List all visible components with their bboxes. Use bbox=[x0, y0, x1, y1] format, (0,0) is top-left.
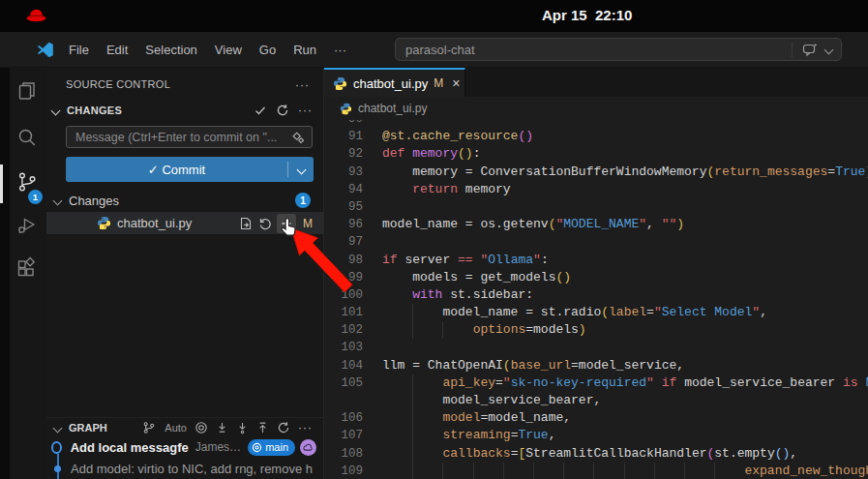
refresh-icon[interactable] bbox=[276, 104, 289, 117]
code-line[interactable]: 109 expand_new_thoughts=True), bbox=[324, 463, 868, 479]
clock[interactable]: Apr 15 22:10 bbox=[542, 7, 632, 23]
graph-commit-row[interactable]: Add local messagfe James Fal... main bbox=[46, 437, 324, 457]
code-line[interactable]: 103 bbox=[324, 339, 868, 356]
menu-selection[interactable]: Selection bbox=[136, 43, 205, 57]
changes-more-icon[interactable]: ··· bbox=[298, 105, 313, 116]
line-number: 100 bbox=[324, 286, 363, 304]
line-number: 102 bbox=[324, 321, 363, 339]
menu-view[interactable]: View bbox=[206, 43, 251, 57]
changes-section-header[interactable]: CHANGES ··· bbox=[46, 101, 324, 120]
code-line[interactable]: 99 models = get_models() bbox=[324, 269, 868, 286]
editor-group: chatbot_ui.py M × chatbot_ui.py 9091@st.… bbox=[324, 68, 868, 479]
graph-label: GRAPH bbox=[69, 422, 107, 434]
code-editor[interactable]: 9091@st.cache_resource()92def memory():9… bbox=[324, 120, 868, 479]
menu-more[interactable]: ··· bbox=[325, 43, 355, 57]
line-number: 106 bbox=[324, 409, 363, 427]
open-file-icon[interactable] bbox=[238, 216, 254, 231]
run-debug-icon[interactable] bbox=[15, 213, 40, 238]
branch-name: main bbox=[265, 441, 288, 453]
discard-changes-icon[interactable] bbox=[257, 216, 273, 231]
commit-title: Add local messagfe bbox=[71, 440, 189, 455]
chevron-down-icon bbox=[53, 423, 63, 433]
line-number: 91 bbox=[324, 128, 363, 145]
publish-cloud-icon[interactable] bbox=[300, 439, 316, 456]
code-line[interactable]: 98if server == "Ollama": bbox=[324, 252, 868, 269]
mouse-cursor bbox=[280, 217, 299, 239]
copilot-chat-icon[interactable] bbox=[802, 43, 818, 56]
indent-guide bbox=[412, 321, 413, 339]
code-line[interactable]: 107 streaming=True, bbox=[324, 427, 868, 444]
python-file-icon bbox=[340, 103, 352, 115]
indent-guide bbox=[412, 392, 413, 409]
code-line[interactable]: 92def memory(): bbox=[324, 145, 868, 163]
code-line[interactable]: 96model_name = os.getenv("MODEL_NAME", "… bbox=[324, 216, 868, 233]
code-line[interactable]: 101 model_name = st.radio(label="Select … bbox=[324, 304, 868, 321]
line-number: 105 bbox=[324, 374, 363, 392]
changes-group-label: Changes bbox=[69, 194, 295, 208]
code-line[interactable]: 91@st.cache_resource() bbox=[324, 128, 868, 145]
tab-chatbot-ui[interactable]: chatbot_ui.py M × bbox=[324, 68, 465, 97]
search-icon[interactable] bbox=[15, 125, 40, 150]
sparkle-generate-icon[interactable] bbox=[290, 130, 306, 145]
explorer-icon[interactable] bbox=[15, 79, 40, 105]
refresh-icon[interactable] bbox=[277, 421, 290, 434]
line-number: 104 bbox=[324, 357, 363, 374]
commit-label: Commit bbox=[162, 163, 205, 177]
changes-group-header[interactable]: Changes 1 bbox=[46, 191, 324, 210]
chevron-down-icon[interactable] bbox=[824, 45, 834, 54]
indent-guide bbox=[412, 445, 413, 463]
menu-file[interactable]: File bbox=[60, 43, 98, 57]
scm-change-badge: 1 bbox=[28, 190, 43, 204]
commit-dropdown-button[interactable] bbox=[287, 162, 314, 177]
code-line[interactable]: 95 bbox=[324, 198, 868, 216]
indent-guide bbox=[684, 463, 685, 479]
code-line[interactable]: 97 bbox=[324, 233, 868, 251]
code-line[interactable]: 108 callbacks=[StreamlitCallbackHandler(… bbox=[324, 445, 868, 463]
code-line[interactable]: 100 with st.sidebar: bbox=[324, 286, 868, 304]
graph-commit-row[interactable]: Add model: virtio to NIC, add rng, remov… bbox=[46, 459, 324, 478]
line-number: 103 bbox=[324, 339, 363, 356]
target-icon[interactable] bbox=[195, 421, 208, 434]
code-line[interactable]: 90 bbox=[324, 120, 868, 128]
commit-message-input[interactable] bbox=[74, 130, 290, 145]
commit-message-box bbox=[66, 126, 313, 148]
code-line[interactable]: 106 model=model_name, bbox=[324, 409, 868, 427]
line-number bbox=[324, 392, 363, 409]
code-line[interactable]: model_service_bearer, bbox=[324, 392, 868, 409]
menu-run[interactable]: Run bbox=[284, 43, 325, 57]
menu-go[interactable]: Go bbox=[251, 43, 284, 57]
indent-guide bbox=[442, 463, 443, 479]
branch-pill[interactable]: main bbox=[248, 439, 295, 456]
extensions-icon[interactable] bbox=[15, 256, 40, 282]
code-line[interactable]: 104llm = ChatOpenAI(base_url=model_servi… bbox=[324, 357, 868, 374]
code-line[interactable]: 102 options=models) bbox=[324, 321, 868, 339]
changes-count-badge: 1 bbox=[295, 193, 311, 208]
code-line[interactable]: 94 return memory bbox=[324, 181, 868, 198]
graph-more-icon[interactable]: ··· bbox=[298, 422, 313, 434]
menu-edit[interactable]: Edit bbox=[98, 43, 136, 57]
fetch-icon[interactable] bbox=[216, 421, 228, 434]
indent-guide bbox=[412, 304, 413, 321]
push-icon[interactable] bbox=[256, 421, 269, 434]
indent-guide bbox=[533, 463, 534, 479]
pull-icon[interactable] bbox=[236, 421, 249, 434]
changes-section-label: CHANGES bbox=[67, 105, 254, 116]
commit-check-icon[interactable] bbox=[254, 104, 267, 117]
tab-close-icon[interactable]: × bbox=[452, 76, 460, 90]
line-number: 90 bbox=[324, 120, 363, 128]
screen: Apr 15 22:10 File Edit Selection View Go… bbox=[0, 0, 868, 479]
breadcrumb[interactable]: chatbot_ui.py bbox=[324, 97, 868, 120]
panel-more-icon[interactable]: ··· bbox=[295, 79, 310, 91]
indent-guide bbox=[563, 463, 564, 479]
graph-section-header[interactable]: GRAPH Auto bbox=[46, 417, 324, 437]
indent-guide bbox=[412, 427, 413, 444]
line-number: 109 bbox=[324, 463, 363, 479]
menu-bar: File Edit Selection View Go Run ··· bbox=[60, 32, 355, 68]
command-center[interactable]: parasol-chat bbox=[395, 38, 842, 61]
code-line[interactable]: 93 memory = ConversationBufferWindowMemo… bbox=[324, 164, 868, 181]
code-line[interactable]: 105 api_key="sk-no-key-required" if mode… bbox=[324, 374, 868, 392]
modified-status-badge: M bbox=[300, 217, 315, 230]
commit-button[interactable]: ✓ Commit bbox=[66, 157, 314, 182]
graph-auto-label[interactable]: Auto bbox=[165, 422, 187, 434]
branch-icon[interactable] bbox=[142, 421, 155, 434]
